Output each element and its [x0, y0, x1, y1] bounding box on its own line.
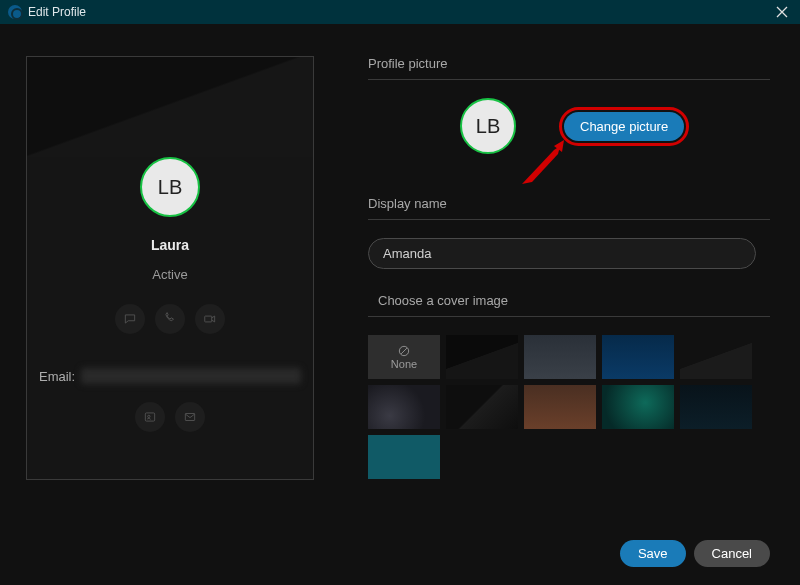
svg-marker-5: [522, 146, 560, 184]
change-picture-label: Change picture: [580, 119, 668, 134]
change-picture-button[interactable]: Change picture: [564, 112, 684, 141]
cover-tile-night[interactable]: [680, 385, 752, 429]
cancel-label: Cancel: [712, 546, 752, 561]
video-button[interactable]: [195, 304, 225, 334]
cover-tile-dunes[interactable]: [524, 385, 596, 429]
window-title: Edit Profile: [28, 5, 86, 19]
cover-tile-grey-wave[interactable]: [524, 335, 596, 379]
card-display-name: Laura: [27, 237, 313, 253]
arrow-annotation-icon: [520, 140, 568, 188]
email-value-redacted: [81, 368, 301, 384]
card-presence-status: Active: [27, 267, 313, 282]
cover-tile-none[interactable]: None: [368, 335, 440, 379]
profile-preview-card: LB Laura Active Email:: [26, 56, 314, 480]
card-avatar: LB: [140, 157, 200, 217]
save-label: Save: [638, 546, 668, 561]
cover-tile-charcoal[interactable]: [680, 335, 752, 379]
close-button[interactable]: [772, 2, 792, 22]
cover-image-grid: None: [368, 335, 768, 479]
display-name-label: Display name: [368, 196, 770, 211]
close-icon: [776, 6, 788, 18]
svg-rect-3: [185, 414, 194, 421]
video-icon: [203, 312, 217, 326]
cover-tile-cyan[interactable]: [368, 435, 440, 479]
titlebar: Edit Profile: [0, 0, 800, 24]
cover-image-label: Choose a cover image: [368, 293, 770, 308]
cover-tile-fold[interactable]: [446, 385, 518, 429]
chat-icon: [123, 312, 137, 326]
cover-tile-shapes[interactable]: [368, 385, 440, 429]
display-name-input[interactable]: [368, 238, 756, 269]
call-button[interactable]: [155, 304, 185, 334]
cover-tile-deep-blue[interactable]: [602, 335, 674, 379]
app-logo-icon: [8, 5, 22, 19]
profile-picture-avatar: LB: [460, 98, 516, 154]
email-button[interactable]: [175, 402, 205, 432]
contact-card-button[interactable]: [135, 402, 165, 432]
none-label: None: [391, 358, 417, 370]
card-cover-image: [27, 57, 313, 157]
none-icon: [397, 344, 411, 358]
main-content: LB Laura Active Email:: [0, 24, 800, 585]
svg-marker-4: [554, 140, 564, 152]
edit-form: Profile picture LB Change picture Displa…: [368, 56, 770, 479]
divider: [368, 316, 770, 317]
divider: [368, 219, 770, 220]
dialog-footer: Save Cancel: [620, 540, 770, 567]
profile-picture-label: Profile picture: [368, 56, 770, 71]
cover-tile-dark-angle[interactable]: [446, 335, 518, 379]
email-label: Email:: [39, 369, 75, 384]
svg-rect-0: [205, 316, 212, 322]
cancel-button[interactable]: Cancel: [694, 540, 770, 567]
mail-icon: [183, 410, 197, 424]
profile-picture-initials: LB: [476, 115, 500, 138]
save-button[interactable]: Save: [620, 540, 686, 567]
phone-icon: [163, 312, 177, 326]
card-avatar-initials: LB: [158, 176, 182, 199]
divider: [368, 79, 770, 80]
profile-picture-row: LB Change picture: [368, 98, 770, 154]
contact-icon: [143, 410, 157, 424]
svg-point-2: [148, 415, 150, 417]
cover-tile-teal[interactable]: [602, 385, 674, 429]
chat-button[interactable]: [115, 304, 145, 334]
